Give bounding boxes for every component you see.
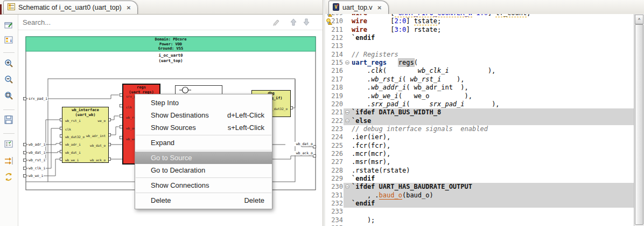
swap-sides-icon [4, 172, 13, 182]
code-line-220[interactable]: 220 .srx_pad_i( srx_pad_i ), [325, 100, 634, 108]
fold-collapse-icon[interactable]: − [345, 184, 349, 189]
code-text: `ifdef DATA_BUS_WIDTH_8 [352, 108, 634, 117]
menu-item-shortcut: d+Left-Click [227, 109, 264, 121]
line-number: 231 [328, 191, 343, 200]
code-line-221[interactable]: 221−`ifdef DATA_BUS_WIDTH_8 [325, 108, 634, 117]
line-number: 223 [328, 125, 343, 133]
editor-tabbar: V uart_top.v ✕ [325, 0, 644, 15]
code-line-229[interactable]: 229`endif [325, 175, 634, 183]
code-line-227[interactable]: 227.msr(msr), [325, 158, 634, 166]
block-subtitle: (uart_wb) [62, 113, 108, 118]
code-line-231[interactable]: 231 , .baud_o(baud_o) [325, 191, 634, 200]
next-match-icon[interactable] [302, 17, 311, 27]
code-text: .srx_pad_i( srx_pad_i ), [352, 100, 634, 108]
trace-through-button[interactable] [4, 156, 15, 167]
port-label-we-o: we_o [98, 119, 106, 122]
line-number: 216 [328, 67, 343, 75]
save-button[interactable] [4, 115, 15, 126]
code-line-219[interactable]: 219 .wb_we_i( we_o ), [325, 92, 634, 100]
menu-item-go-to-declaration[interactable]: Go to Declaration [135, 164, 272, 176]
code-line-218[interactable]: 218 .wb_addr_i( wb_adr_int ), [325, 84, 634, 92]
fold-collapse-icon[interactable]: − [345, 60, 349, 65]
menu-item-show-destinations[interactable]: Show Destinationsd+Left-Click [135, 109, 272, 121]
code-line-225[interactable]: 225.fcr(fcr), [325, 142, 634, 150]
properties-button[interactable]: i [4, 35, 15, 46]
zoom-out-button[interactable] [4, 74, 15, 85]
fold-collapse-icon[interactable]: − [345, 119, 349, 123]
output-port-wb-ack-o: wb_ack_o [285, 151, 313, 155]
line-number: 224 [328, 133, 343, 141]
code-text: .fcr(fcr), [352, 142, 634, 150]
code-text: `endif [352, 34, 634, 42]
menu-item-delete[interactable]: DeleteDelete [135, 194, 272, 207]
code-line-223[interactable]: 223// debug interface signals enabled [325, 125, 634, 133]
code-line-213[interactable]: 213 [325, 42, 634, 50]
close-icon[interactable]: ✕ [377, 5, 382, 11]
line-number: 226 [328, 150, 343, 158]
code-line-212[interactable]: 212`endif [325, 34, 634, 42]
previous-match-icon[interactable] [289, 17, 298, 27]
filter-options-button[interactable] [4, 139, 15, 150]
menu-item-go-to-source[interactable]: Go to Source [135, 152, 272, 164]
code-line-234[interactable]: 234 ); [325, 216, 634, 224]
code-text: `endif [352, 175, 634, 183]
editor-panel: V uart_top.v ✕ 209wire [`UART_FIFO_COUNT… [325, 0, 644, 226]
line-number: 230 [328, 183, 343, 191]
zoom-selection-button[interactable] [4, 91, 15, 101]
save-icon [4, 115, 13, 125]
menu-item-label: Delete [151, 194, 236, 207]
fold-collapse-icon[interactable]: − [345, 110, 349, 114]
scrollbar-up-button[interactable]: ˄ [635, 15, 643, 24]
search-input[interactable] [22, 16, 261, 28]
code-line-210[interactable]: 210wire [2:0] tstate; [325, 17, 634, 25]
tab-title: Schematic of i_oc_uart0 (uart_top) [18, 4, 122, 11]
code-line-233[interactable]: 233 [325, 208, 634, 216]
code-line-232[interactable]: 232`endif [325, 200, 634, 208]
code-line-224[interactable]: 224.ier(ier), [325, 133, 634, 141]
new-pinned-view-button[interactable] [4, 20, 15, 31]
line-number: 222 [328, 117, 343, 125]
schematic-block-wb-interface[interactable]: wb_interface(uart_wb)wb_rst_iclkwb_dat32… [62, 107, 109, 163]
code-line-228[interactable]: 228.rstate(rstate) [325, 167, 634, 175]
code-line-230[interactable]: 230−`ifdef UART_HAS_BAUDRATE_OUTPUT [325, 183, 634, 191]
filter-options-icon [4, 139, 13, 149]
input-port-wb-clk-i: wb_clk_i [28, 166, 46, 170]
code-text: wire [2:0] tstate; [352, 17, 634, 25]
tab-uart-top-v[interactable]: V uart_top.v ✕ [328, 1, 389, 14]
swap-sides-button[interactable] [4, 172, 15, 183]
menu-item-label: Go to Source [151, 152, 257, 164]
zoom-in-button[interactable] [4, 58, 15, 69]
menu-item-step-into[interactable]: Step Into [135, 97, 272, 109]
port-label-clk: clk [65, 127, 71, 131]
verilog-file-icon: V [333, 3, 339, 12]
scrollbar-thumb[interactable] [635, 24, 643, 225]
power-domain-banner-line: Ground: VSS [26, 46, 316, 51]
menu-item-show-connections[interactable]: Show Connections [135, 179, 272, 191]
editor-vertical-scrollbar[interactable]: ˄ [634, 14, 644, 226]
tab-title: uart_top.v [342, 4, 373, 11]
code-text: `ifdef UART_HAS_BAUDRATE_OUTPUT [352, 183, 634, 191]
code-line-215[interactable]: 215−uart_regs regs( [325, 59, 634, 67]
power-domain-banner-line: Power: VDD [26, 42, 316, 46]
code-line-211[interactable]: 211wire [3:0] rstate; [325, 26, 634, 34]
code-line-217[interactable]: 217 .wb_rst_i( wb_rst_i ), [325, 76, 634, 84]
input-port-wb-rst-i: wb_rst_i [28, 158, 46, 162]
close-icon[interactable]: ✕ [127, 5, 131, 11]
code-text: .wb_rst_i( wb_rst_i ), [352, 76, 634, 84]
tab-schematic[interactable]: Schematic of i_oc_uart0 (uart_top) ✕ [3, 1, 138, 14]
input-port-wb-adr-i: wb_adr_i [28, 142, 46, 147]
code-line-222[interactable]: 222−`else [325, 117, 634, 125]
menu-item-expand[interactable]: Expand [135, 136, 272, 149]
port-label-clk: clk [126, 105, 132, 109]
code-editor[interactable]: 209wire [`UART_FIFO_COUNTER_W-1:0] tf_co… [325, 14, 634, 226]
menu-item-show-sources[interactable]: Show Sourcess+Left-Click [135, 121, 272, 134]
code-line-216[interactable]: 216 .clk( wb_clk_i ), [325, 67, 634, 75]
line-number: 221 [328, 108, 343, 117]
toolbar-separator [3, 109, 15, 110]
input-port-wb-we-i: wb_we_i [28, 174, 44, 178]
clear-highlight-icon[interactable] [271, 17, 281, 27]
port-label-wb-we-i: wb_we_i [65, 158, 79, 162]
code-line-214[interactable]: 214// Registers [325, 51, 634, 59]
line-number: 229 [328, 175, 343, 183]
code-line-226[interactable]: 226.mcr(mcr), [325, 150, 634, 158]
